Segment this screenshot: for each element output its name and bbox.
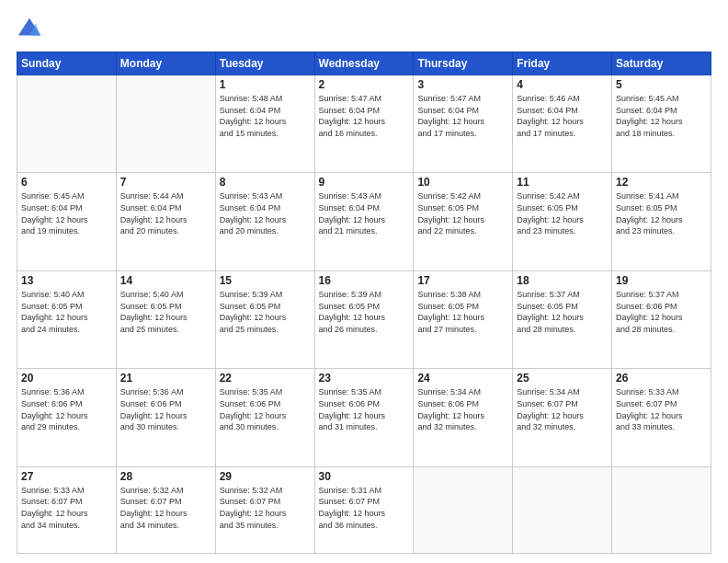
header: [17, 17, 711, 42]
day-info: Sunrise: 5:44 AM Sunset: 6:04 PM Dayligh…: [120, 190, 211, 236]
day-info: Sunrise: 5:43 AM Sunset: 6:04 PM Dayligh…: [319, 190, 410, 236]
day-cell: 21Sunrise: 5:36 AM Sunset: 6:06 PM Dayli…: [116, 369, 215, 466]
week-row-1: 1Sunrise: 5:48 AM Sunset: 6:04 PM Daylig…: [17, 75, 711, 173]
day-cell: 19Sunrise: 5:37 AM Sunset: 6:06 PM Dayli…: [612, 270, 711, 368]
day-number: 12: [616, 176, 707, 189]
day-info: Sunrise: 5:42 AM Sunset: 6:05 PM Dayligh…: [417, 190, 508, 236]
day-cell: 22Sunrise: 5:35 AM Sunset: 6:06 PM Dayli…: [215, 369, 314, 466]
day-number: 5: [616, 78, 707, 91]
day-number: 21: [120, 372, 211, 385]
day-cell: 15Sunrise: 5:39 AM Sunset: 6:05 PM Dayli…: [215, 270, 314, 368]
day-number: 11: [517, 176, 608, 189]
day-cell: 10Sunrise: 5:42 AM Sunset: 6:05 PM Dayli…: [414, 173, 513, 270]
day-number: 23: [319, 372, 410, 385]
day-info: Sunrise: 5:37 AM Sunset: 6:05 PM Dayligh…: [517, 289, 608, 335]
day-cell: [116, 75, 215, 173]
day-info: Sunrise: 5:33 AM Sunset: 6:07 PM Dayligh…: [21, 485, 112, 531]
day-info: Sunrise: 5:34 AM Sunset: 6:07 PM Dayligh…: [517, 386, 608, 432]
weekday-sunday: Sunday: [17, 52, 117, 75]
weekday-thursday: Thursday: [414, 52, 513, 75]
day-cell: 26Sunrise: 5:33 AM Sunset: 6:07 PM Dayli…: [612, 369, 711, 466]
day-cell: 4Sunrise: 5:46 AM Sunset: 6:04 PM Daylig…: [513, 75, 612, 173]
day-info: Sunrise: 5:42 AM Sunset: 6:05 PM Dayligh…: [517, 190, 608, 236]
day-number: 24: [417, 372, 508, 385]
day-info: Sunrise: 5:31 AM Sunset: 6:07 PM Dayligh…: [319, 485, 410, 531]
week-row-4: 20Sunrise: 5:36 AM Sunset: 6:06 PM Dayli…: [17, 369, 711, 466]
day-cell: 14Sunrise: 5:40 AM Sunset: 6:05 PM Dayli…: [116, 270, 215, 368]
day-number: 22: [220, 372, 311, 385]
day-cell: 17Sunrise: 5:38 AM Sunset: 6:05 PM Dayli…: [414, 270, 513, 368]
weekday-wednesday: Wednesday: [314, 52, 414, 75]
day-info: Sunrise: 5:32 AM Sunset: 6:07 PM Dayligh…: [120, 485, 211, 531]
day-cell: 9Sunrise: 5:43 AM Sunset: 6:04 PM Daylig…: [314, 173, 414, 270]
day-cell: 18Sunrise: 5:37 AM Sunset: 6:05 PM Dayli…: [513, 270, 612, 368]
day-number: 29: [220, 470, 311, 483]
day-number: 17: [417, 274, 508, 287]
day-info: Sunrise: 5:33 AM Sunset: 6:07 PM Dayligh…: [616, 386, 707, 432]
day-info: Sunrise: 5:47 AM Sunset: 6:04 PM Dayligh…: [417, 93, 508, 139]
day-info: Sunrise: 5:35 AM Sunset: 6:06 PM Dayligh…: [220, 386, 311, 432]
day-info: Sunrise: 5:35 AM Sunset: 6:06 PM Dayligh…: [319, 386, 410, 432]
day-cell: 5Sunrise: 5:45 AM Sunset: 6:04 PM Daylig…: [612, 75, 711, 173]
weekday-monday: Monday: [116, 52, 215, 75]
day-info: Sunrise: 5:46 AM Sunset: 6:04 PM Dayligh…: [517, 93, 608, 139]
day-cell: [513, 466, 612, 553]
day-cell: 3Sunrise: 5:47 AM Sunset: 6:04 PM Daylig…: [414, 75, 513, 173]
day-number: 13: [21, 274, 112, 287]
day-number: 14: [120, 274, 211, 287]
day-number: 10: [417, 176, 508, 189]
day-info: Sunrise: 5:45 AM Sunset: 6:04 PM Dayligh…: [616, 93, 707, 139]
day-info: Sunrise: 5:47 AM Sunset: 6:04 PM Dayligh…: [319, 93, 410, 139]
day-number: 19: [616, 274, 707, 287]
day-number: 9: [319, 176, 410, 189]
day-number: 15: [220, 274, 311, 287]
day-info: Sunrise: 5:45 AM Sunset: 6:04 PM Dayligh…: [21, 190, 112, 236]
day-cell: [17, 75, 117, 173]
day-number: 6: [21, 176, 112, 189]
day-number: 28: [120, 470, 211, 483]
day-number: 16: [319, 274, 410, 287]
day-cell: 13Sunrise: 5:40 AM Sunset: 6:05 PM Dayli…: [17, 270, 117, 368]
day-number: 25: [517, 372, 608, 385]
day-cell: 29Sunrise: 5:32 AM Sunset: 6:07 PM Dayli…: [215, 466, 314, 553]
day-cell: 28Sunrise: 5:32 AM Sunset: 6:07 PM Dayli…: [116, 466, 215, 553]
day-cell: 12Sunrise: 5:41 AM Sunset: 6:05 PM Dayli…: [612, 173, 711, 270]
day-number: 20: [21, 372, 112, 385]
day-info: Sunrise: 5:37 AM Sunset: 6:06 PM Dayligh…: [616, 289, 707, 335]
day-info: Sunrise: 5:43 AM Sunset: 6:04 PM Dayligh…: [220, 190, 311, 236]
day-cell: 30Sunrise: 5:31 AM Sunset: 6:07 PM Dayli…: [314, 466, 414, 553]
day-number: 8: [220, 176, 311, 189]
day-cell: [612, 466, 711, 553]
day-cell: [414, 466, 513, 553]
page: SundayMondayTuesdayWednesdayThursdayFrid…: [0, 0, 728, 563]
day-info: Sunrise: 5:38 AM Sunset: 6:05 PM Dayligh…: [417, 289, 508, 335]
day-info: Sunrise: 5:36 AM Sunset: 6:06 PM Dayligh…: [120, 386, 211, 432]
day-info: Sunrise: 5:39 AM Sunset: 6:05 PM Dayligh…: [220, 289, 311, 335]
day-number: 1: [220, 78, 311, 91]
weekday-header-row: SundayMondayTuesdayWednesdayThursdayFrid…: [17, 52, 711, 75]
day-number: 26: [616, 372, 707, 385]
day-info: Sunrise: 5:41 AM Sunset: 6:05 PM Dayligh…: [616, 190, 707, 236]
day-cell: 1Sunrise: 5:48 AM Sunset: 6:04 PM Daylig…: [215, 75, 314, 173]
day-info: Sunrise: 5:39 AM Sunset: 6:05 PM Dayligh…: [319, 289, 410, 335]
day-cell: 2Sunrise: 5:47 AM Sunset: 6:04 PM Daylig…: [314, 75, 414, 173]
day-info: Sunrise: 5:32 AM Sunset: 6:07 PM Dayligh…: [220, 485, 311, 531]
day-info: Sunrise: 5:36 AM Sunset: 6:06 PM Dayligh…: [21, 386, 112, 432]
day-info: Sunrise: 5:34 AM Sunset: 6:06 PM Dayligh…: [417, 386, 508, 432]
day-cell: 24Sunrise: 5:34 AM Sunset: 6:06 PM Dayli…: [414, 369, 513, 466]
day-info: Sunrise: 5:40 AM Sunset: 6:05 PM Dayligh…: [120, 289, 211, 335]
day-number: 2: [319, 78, 410, 91]
day-cell: 6Sunrise: 5:45 AM Sunset: 6:04 PM Daylig…: [17, 173, 117, 270]
day-cell: 27Sunrise: 5:33 AM Sunset: 6:07 PM Dayli…: [17, 466, 117, 553]
weekday-saturday: Saturday: [612, 52, 711, 75]
day-cell: 20Sunrise: 5:36 AM Sunset: 6:06 PM Dayli…: [17, 369, 117, 466]
day-cell: 11Sunrise: 5:42 AM Sunset: 6:05 PM Dayli…: [513, 173, 612, 270]
week-row-2: 6Sunrise: 5:45 AM Sunset: 6:04 PM Daylig…: [17, 173, 711, 270]
week-row-3: 13Sunrise: 5:40 AM Sunset: 6:05 PM Dayli…: [17, 270, 711, 368]
day-info: Sunrise: 5:40 AM Sunset: 6:05 PM Dayligh…: [21, 289, 112, 335]
week-row-5: 27Sunrise: 5:33 AM Sunset: 6:07 PM Dayli…: [17, 466, 711, 553]
calendar-table: SundayMondayTuesdayWednesdayThursdayFrid…: [17, 52, 711, 554]
day-number: 3: [417, 78, 508, 91]
day-cell: 7Sunrise: 5:44 AM Sunset: 6:04 PM Daylig…: [116, 173, 215, 270]
day-cell: 16Sunrise: 5:39 AM Sunset: 6:05 PM Dayli…: [314, 270, 414, 368]
